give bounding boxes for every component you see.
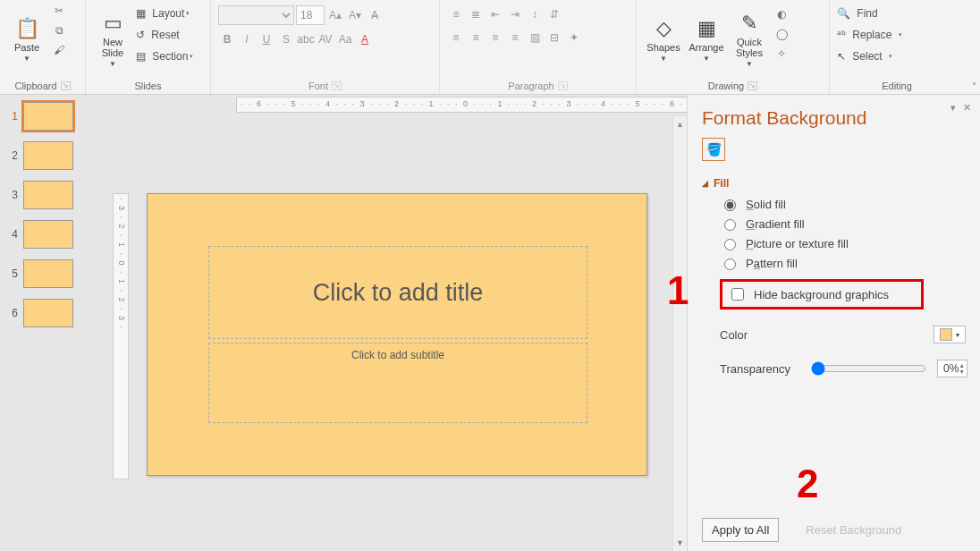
select-button[interactable]: ↖ Select ▾ xyxy=(837,47,902,66)
slide-number: 6 xyxy=(9,307,18,319)
horizontal-ruler: · · 6 · · · 5 · · · 4 · · · 3 · · · 2 · … xyxy=(236,97,737,113)
color-label: Color xyxy=(720,328,800,342)
ribbon: 📋 Paste ▼ ✂ ⧉ 🖌 Clipboard ↘ ▭ New Slide … xyxy=(0,0,980,95)
quick-styles-button[interactable]: ✎ Quick Styles▼ xyxy=(728,0,771,79)
chevron-down-icon: ▼ xyxy=(109,60,116,68)
group-editing: 🔍 Find ᵃᵇ Replace ▾ ↖ Select ▾ Editing xyxy=(830,0,964,94)
decrease-indent-button[interactable]: ⇤ xyxy=(486,5,504,23)
text-direction-button[interactable]: ⇵ xyxy=(545,5,563,23)
dialog-launcher-icon[interactable]: ↘ xyxy=(558,81,568,90)
bullets-button[interactable]: ≡ xyxy=(447,5,465,23)
font-color-button[interactable]: A xyxy=(356,30,374,48)
slide-thumbnail[interactable]: 3 xyxy=(9,181,89,209)
slide-thumbnail[interactable]: 6 xyxy=(9,299,89,327)
strikethrough-button[interactable]: S xyxy=(277,30,295,48)
format-painter-button[interactable]: 🖌 xyxy=(50,41,68,59)
pane-options-button[interactable]: ▾ xyxy=(950,102,956,114)
solid-fill-option[interactable]: SSolid fillolid fill xyxy=(720,197,966,211)
new-slide-button[interactable]: ▭ New Slide ▼ xyxy=(91,0,134,79)
apply-to-all-button[interactable]: Apply to All xyxy=(702,518,779,542)
transparency-slider[interactable] xyxy=(811,361,926,376)
char-spacing-button[interactable]: AV xyxy=(317,30,334,48)
justify-button[interactable]: ≡ xyxy=(506,29,524,47)
slide-thumbnail[interactable]: 4 xyxy=(9,220,89,249)
layout-button[interactable]: ▦ Layout▾ xyxy=(136,4,193,23)
increase-indent-button[interactable]: ⇥ xyxy=(506,5,524,23)
numbering-button[interactable]: ≣ xyxy=(467,5,485,23)
slide-number: 2 xyxy=(9,149,18,162)
underline-button[interactable]: U xyxy=(258,30,275,48)
pane-close-button[interactable]: ✕ xyxy=(963,102,971,114)
format-background-pane: ▾ ✕ Format Background 🪣 ◢ Fill SSolid fi… xyxy=(687,95,980,551)
font-size-input[interactable] xyxy=(296,5,325,25)
clear-formatting-button[interactable]: A̶ xyxy=(366,6,384,24)
paste-button[interactable]: 📋 Paste ▼ xyxy=(5,0,48,79)
slide-thumbnail[interactable]: 1 xyxy=(9,102,89,131)
gradient-fill-radio[interactable] xyxy=(724,219,736,231)
slide-canvas[interactable]: Click to add title Click to add subtitle xyxy=(147,193,647,476)
group-slides: ▭ New Slide ▼ ▦ Layout▾ ↺ Reset ▤ Sectio… xyxy=(86,0,211,94)
pattern-fill-radio[interactable] xyxy=(724,259,736,270)
font-name-select[interactable] xyxy=(218,5,294,25)
collapse-ribbon-button[interactable]: ˄ xyxy=(972,81,976,91)
slide-thumbnail[interactable]: 5 xyxy=(9,259,89,288)
picture-fill-radio[interactable] xyxy=(724,239,736,250)
slide-thumb-image xyxy=(23,299,73,327)
cut-button[interactable]: ✂ xyxy=(50,2,68,20)
group-clipboard: 📋 Paste ▼ ✂ ⧉ 🖌 Clipboard ↘ xyxy=(0,0,86,94)
replace-button[interactable]: ᵃᵇ Replace ▾ xyxy=(837,25,902,45)
dialog-launcher-icon[interactable]: ↘ xyxy=(332,81,342,90)
transparency-spinner[interactable]: 0% ▲▼ xyxy=(937,360,967,377)
align-left-button[interactable]: ≡ xyxy=(447,29,465,47)
bold-button[interactable]: B xyxy=(218,30,236,48)
annotation-2: 2 xyxy=(797,462,818,506)
reset-background-button[interactable]: Reset Background xyxy=(797,519,910,541)
quick-styles-icon: ✎ xyxy=(741,12,757,35)
title-placeholder[interactable]: Click to add title xyxy=(208,246,587,339)
align-center-button[interactable]: ≡ xyxy=(467,29,485,47)
copy-button[interactable]: ⧉ xyxy=(50,21,68,39)
reset-button[interactable]: ↺ Reset xyxy=(136,25,193,45)
align-right-button[interactable]: ≡ xyxy=(486,29,504,47)
italic-button[interactable]: I xyxy=(238,30,256,48)
pane-title: Format Background xyxy=(702,107,966,129)
dialog-launcher-icon[interactable]: ↘ xyxy=(748,81,757,90)
subtitle-placeholder[interactable]: Click to add subtitle xyxy=(208,343,587,423)
shadow-button[interactable]: abc xyxy=(297,30,315,48)
hide-background-graphics-row[interactable]: Hide background graphics Hide background… xyxy=(720,279,924,309)
shape-fill-button[interactable]: ◐ xyxy=(773,5,790,23)
line-spacing-button[interactable]: ↕ xyxy=(526,5,544,23)
group-drawing: ◇ Shapes▼ ▦ Arrange▼ ✎ Quick Styles▼ ◐ ◯… xyxy=(637,0,830,94)
align-text-button[interactable]: ⊟ xyxy=(545,29,563,47)
shape-outline-button[interactable]: ◯ xyxy=(773,25,790,43)
section-button[interactable]: ▤ Section▾ xyxy=(136,47,193,66)
columns-button[interactable]: ▥ xyxy=(526,29,544,47)
change-case-button[interactable]: Aa xyxy=(336,30,354,48)
scroll-down-button[interactable]: ▼ xyxy=(673,537,687,549)
gradient-fill-option[interactable]: Gradient fill xyxy=(720,216,966,231)
scroll-up-button[interactable]: ▲ xyxy=(673,118,687,131)
shapes-button[interactable]: ◇ Shapes▼ xyxy=(642,0,685,79)
solid-fill-radio[interactable] xyxy=(724,199,736,211)
pattern-fill-option[interactable]: Pattern fill xyxy=(720,256,966,270)
slide-thumbnails: 123456 xyxy=(0,95,93,551)
arrange-button[interactable]: ▦ Arrange▼ xyxy=(685,0,728,79)
color-picker-button[interactable]: ▾ xyxy=(934,326,966,343)
convert-smartart-button[interactable]: ✦ xyxy=(565,29,583,47)
slide-thumbnail[interactable]: 2 xyxy=(9,141,89,170)
dialog-launcher-icon[interactable]: ↘ xyxy=(61,81,71,90)
find-button[interactable]: 🔍 Find xyxy=(837,4,902,23)
transparency-label: Transparency xyxy=(720,362,800,376)
shrink-font-button[interactable]: A▾ xyxy=(346,6,364,24)
shape-effects-button[interactable]: ✧ xyxy=(773,45,790,63)
grow-font-button[interactable]: A▴ xyxy=(326,6,344,24)
vertical-scrollbar[interactable]: ▲ ▼ xyxy=(672,116,687,551)
fill-bucket-icon[interactable]: 🪣 xyxy=(702,138,725,161)
slide-editor: · · 6 · · · 5 · · · 4 · · · 3 · · · 2 · … xyxy=(93,95,687,551)
picture-fill-option[interactable]: Picture or texture fill xyxy=(720,236,966,250)
group-font-label: Font xyxy=(308,81,328,91)
replace-icon: ᵃᵇ xyxy=(837,29,846,41)
hide-background-graphics-checkbox[interactable] xyxy=(731,288,744,301)
fill-section-header[interactable]: ◢ Fill xyxy=(702,177,966,190)
search-icon: 🔍 xyxy=(837,7,850,20)
